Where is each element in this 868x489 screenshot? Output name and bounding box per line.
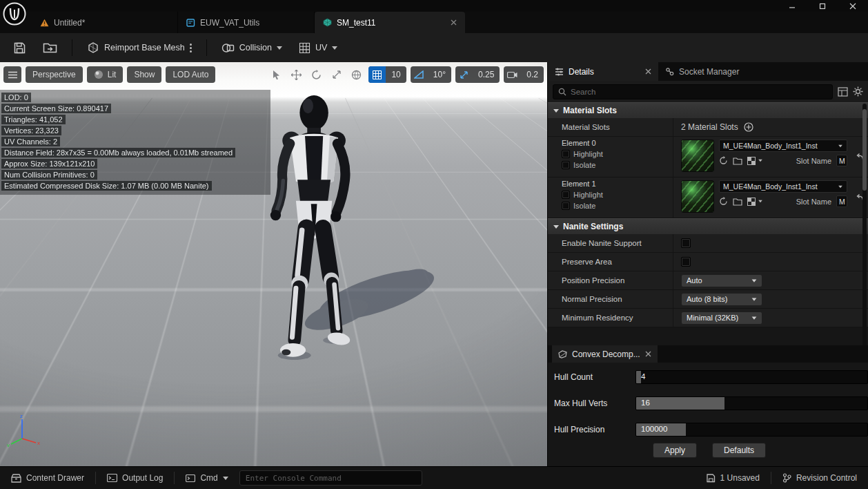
browse-to-asset-button[interactable] <box>37 37 63 58</box>
unsaved-icon <box>706 473 716 483</box>
details-panel: Details Socket Manager Material S <box>547 62 868 466</box>
rotation-snap-value[interactable]: 10° <box>428 66 451 83</box>
console-command-input[interactable] <box>246 474 416 483</box>
isolate-checkbox[interactable] <box>562 202 570 210</box>
collision-menu-button[interactable]: Collision <box>215 37 288 58</box>
material-thumbnail[interactable] <box>681 180 714 213</box>
defaults-button[interactable]: Defaults <box>712 443 766 458</box>
material-combo[interactable]: M_UE4Man_Body_Inst1_Inst <box>719 140 847 152</box>
highlight-checkbox[interactable] <box>562 150 570 158</box>
normal-precision-dropdown[interactable]: Auto (8 bits) <box>681 293 762 306</box>
output-log-button[interactable]: Output Log <box>101 469 168 487</box>
texture-picker-icon[interactable] <box>747 198 763 206</box>
search-input[interactable] <box>571 88 827 96</box>
tab-socket-manager[interactable]: Socket Manager <box>658 62 746 81</box>
slot-name-input[interactable]: M <box>836 155 847 166</box>
isolate-checkbox[interactable] <box>562 161 570 169</box>
scale-tool-icon[interactable] <box>328 66 344 83</box>
close-convex-icon[interactable] <box>645 351 651 357</box>
max-hull-verts-value[interactable]: 16 <box>641 399 650 407</box>
details-scrollbar[interactable] <box>862 104 867 363</box>
tab-sm-test11[interactable]: SM_test11 <box>315 12 465 33</box>
camera-speed-value[interactable]: 0.2 <box>521 66 544 83</box>
uv-menu-button[interactable]: UV <box>293 37 344 58</box>
scale-snap-control[interactable]: 0.25 <box>455 66 500 83</box>
close-tab-icon[interactable] <box>451 19 457 26</box>
viewport-canvas[interactable]: Perspective Lit Show LOD Auto <box>0 62 547 466</box>
chevron-down-icon <box>752 279 757 282</box>
minimum-residency-dropdown[interactable]: Minimal (32KB) <box>681 311 762 325</box>
search-box[interactable] <box>553 84 833 99</box>
rotation-snap-control[interactable]: 10° <box>411 66 451 83</box>
select-tool-icon[interactable] <box>268 66 284 83</box>
add-material-slot-icon[interactable] <box>744 122 753 132</box>
highlight-checkbox[interactable] <box>562 191 570 199</box>
rotate-tool-icon[interactable] <box>308 66 324 83</box>
chevron-down-icon <box>752 316 757 319</box>
perspective-button[interactable]: Perspective <box>26 66 83 83</box>
material-slots-name: Material Slots <box>548 118 673 136</box>
hull-count-value[interactable]: 4 <box>641 372 645 381</box>
hull-precision-slider[interactable]: 100000 <box>635 423 868 437</box>
cmd-icon <box>186 474 195 482</box>
use-selected-asset-icon[interactable] <box>719 156 728 165</box>
grid-snap-control[interactable]: 10 <box>368 66 406 83</box>
use-selected-asset-icon[interactable] <box>719 197 728 206</box>
hull-precision-value[interactable]: 100000 <box>641 425 667 433</box>
unsaved-assets-button[interactable]: 1 Unsaved <box>700 469 765 487</box>
slot-name-input[interactable]: M <box>836 195 847 207</box>
material-name: M_UE4Man_Body_Inst1_Inst <box>723 182 834 191</box>
camera-speed-control[interactable]: 0.2 <box>504 66 544 83</box>
material-combo[interactable]: M_UE4Man_Body_Inst1_Inst <box>719 180 847 193</box>
tab-untitled[interactable]: Untitled* <box>32 12 178 33</box>
maximize-icon[interactable] <box>807 0 838 12</box>
lod-auto-button[interactable]: LOD Auto <box>166 66 215 83</box>
save-button[interactable] <box>7 37 32 58</box>
toolbar-separator <box>72 39 72 56</box>
max-hull-verts-slider[interactable]: 16 <box>635 396 868 410</box>
view-options-icon[interactable] <box>838 87 848 97</box>
browse-asset-icon[interactable] <box>733 198 742 206</box>
enable-nanite-checkbox[interactable] <box>681 238 691 248</box>
grid-snap-value[interactable]: 10 <box>386 66 406 83</box>
scale-snap-icon[interactable] <box>455 66 473 83</box>
tab-convex-decomposition[interactable]: Convex Decomp... <box>552 345 658 363</box>
preserve-area-checkbox[interactable] <box>681 257 691 267</box>
nanite-row-preserve-area: Preserve Area <box>548 253 868 271</box>
category-nanite-settings[interactable]: Nanite Settings <box>548 218 868 234</box>
revision-control-button[interactable]: Revision Control <box>777 469 862 487</box>
material-thumbnail[interactable] <box>681 140 714 172</box>
camera-icon[interactable] <box>504 66 521 83</box>
status-bar: Content Drawer Output Log Cmd 1 Unsaved <box>0 466 868 489</box>
chevron-down-icon <box>332 46 337 50</box>
grid-snap-icon[interactable] <box>368 66 386 83</box>
minimize-icon[interactable] <box>777 0 807 12</box>
tab-euw-vat-utils[interactable]: EUW_VAT_Utils <box>178 12 315 33</box>
viewport-options-icon[interactable] <box>3 66 21 83</box>
tab-details[interactable]: Details <box>548 62 658 81</box>
console-command-box[interactable] <box>239 470 422 486</box>
convex-tab-label: Convex Decomp... <box>572 349 640 359</box>
angle-snap-icon[interactable] <box>411 66 428 83</box>
close-window-icon[interactable] <box>838 0 868 12</box>
world-space-icon[interactable] <box>348 66 364 83</box>
axis-gizmo: z x y <box>6 411 41 447</box>
show-menu-button[interactable]: Show <box>127 66 161 83</box>
scrollbar-thumb[interactable] <box>862 109 867 191</box>
apply-button[interactable]: Apply <box>653 443 697 458</box>
lit-mode-button[interactable]: Lit <box>87 66 124 83</box>
hull-count-slider[interactable]: 4 <box>635 370 868 384</box>
reimport-options-icon[interactable] <box>190 44 192 52</box>
move-tool-icon[interactable] <box>288 66 304 83</box>
close-details-icon[interactable] <box>645 68 651 75</box>
texture-picker-icon[interactable] <box>747 157 763 165</box>
reimport-base-mesh-button[interactable]: Reimport Base Mesh <box>81 37 198 58</box>
position-precision-dropdown[interactable]: Auto <box>681 274 762 287</box>
scale-snap-value[interactable]: 0.25 <box>473 66 500 83</box>
settings-gear-icon[interactable] <box>853 86 863 97</box>
cmd-selector[interactable]: Cmd <box>180 469 233 487</box>
element-name-column: Element 1 Highlight Isolate <box>548 178 673 218</box>
content-drawer-button[interactable]: Content Drawer <box>6 469 90 487</box>
category-material-slots[interactable]: Material Slots <box>548 102 868 118</box>
browse-asset-icon[interactable] <box>733 157 742 165</box>
